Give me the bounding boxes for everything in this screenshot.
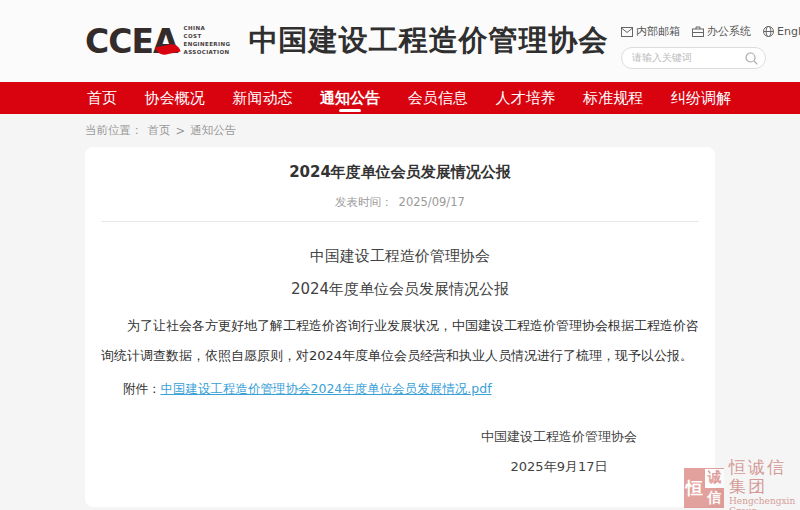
nav-item-news[interactable]: 新闻动态	[230, 82, 294, 114]
search-box	[621, 46, 766, 69]
briefcase-icon	[692, 26, 704, 37]
title-divider	[101, 221, 699, 222]
article-panel: 2024年度单位会员发展情况公报 发表时间：2025/09/17 中国建设工程造…	[85, 147, 715, 507]
ccea-logo[interactable]: CCEA CHINA COST ENGINEERING ASSOCIATION	[85, 25, 230, 58]
watermark-name: 恒诚信集团	[729, 458, 800, 495]
nav-item-members[interactable]: 会员信息	[406, 82, 470, 114]
article-paragraph: 为了让社会各方更好地了解工程造价咨询行业发展状况，中国建设工程造价管理协会根据工…	[101, 311, 699, 371]
signature-block: 中国建设工程造价管理协会 2025年9月17日	[459, 428, 659, 476]
publish-time-label: 发表时间：	[335, 195, 393, 209]
breadcrumb-prefix: 当前位置：	[85, 123, 143, 138]
signature-org: 中国建设工程造价管理协会	[459, 428, 659, 446]
quick-link-label: 办公系统	[707, 24, 751, 39]
mail-icon	[621, 27, 633, 37]
main-nav: 首页 协会概况 新闻动态 通知公告 会员信息 人才培养 标准规程 纠纷调解	[0, 82, 800, 114]
nav-item-standards[interactable]: 标准规程	[581, 82, 645, 114]
watermark-name-en: Hengchengxin Group	[729, 497, 800, 510]
nav-item-home[interactable]: 首页	[85, 82, 119, 114]
attachment-row: 附件：中国建设工程造价管理协会2024年度单位会员发展情况.pdf	[123, 381, 699, 398]
site-title: 中国建设工程造价管理协会	[248, 21, 608, 61]
header-utilities: 内部邮箱 办公系统 English	[621, 24, 771, 69]
watermark-text: 恒诚信集团 Hengchengxin Group	[729, 458, 800, 510]
breadcrumb-current[interactable]: 通知公告	[190, 123, 236, 138]
article-title: 2024年度单位会员发展情况公报	[101, 163, 699, 182]
signature-date: 2025年9月17日	[459, 458, 659, 476]
header-inner: CCEA CHINA COST ENGINEERING ASSOCIATION …	[85, 0, 733, 82]
logo-sub-line: COST	[184, 33, 231, 41]
internal-mail-link[interactable]: 内部邮箱	[621, 24, 680, 39]
nav-item-training[interactable]: 人才培养	[494, 82, 558, 114]
logo-sub-line: CHINA	[184, 25, 231, 33]
attachment-pdf-link[interactable]: 中国建设工程造价管理协会2024年度单位会员发展情况.pdf	[161, 381, 492, 396]
ccea-logo-subtext: CHINA COST ENGINEERING ASSOCIATION	[184, 25, 231, 57]
english-link[interactable]: English	[763, 24, 800, 39]
publish-time-date: 2025/09/17	[399, 195, 465, 209]
nav-item-disputes[interactable]: 纠纷调解	[669, 82, 733, 114]
nav-inner: 首页 协会概况 新闻动态 通知公告 会员信息 人才培养 标准规程 纠纷调解	[85, 82, 733, 114]
nav-item-about[interactable]: 协会概况	[143, 82, 207, 114]
attachment-label: 附件：	[123, 381, 161, 396]
doc-title-report: 2024年度单位会员发展情况公报	[101, 280, 699, 299]
hengchengxin-watermark: 恒 诚 信 恒诚信集团 Hengchengxin Group	[684, 458, 800, 510]
watermark-char-2: 诚	[705, 469, 724, 488]
quick-link-label: English	[777, 25, 800, 38]
logo-sub-line: ASSOCIATION	[184, 49, 231, 57]
logo-sub-line: ENGINEERING	[184, 41, 231, 49]
globe-icon	[763, 26, 774, 37]
search-icon[interactable]	[745, 50, 758, 69]
breadcrumb-home[interactable]: 首页	[148, 123, 171, 138]
quick-links: 内部邮箱 办公系统 English	[621, 24, 771, 39]
office-system-link[interactable]: 办公系统	[692, 24, 751, 39]
ccea-logo-word: CCEA	[85, 25, 178, 58]
doc-title-org: 中国建设工程造价管理协会	[101, 247, 699, 266]
publish-time: 发表时间：2025/09/17	[101, 195, 699, 210]
quick-link-label: 内部邮箱	[636, 24, 680, 39]
nav-item-notices[interactable]: 通知公告	[318, 82, 382, 114]
hengchengxin-logo-icon: 恒 诚 信	[684, 468, 724, 508]
site-header: CCEA CHINA COST ENGINEERING ASSOCIATION …	[0, 0, 800, 82]
breadcrumb: 当前位置： 首页 > 通知公告	[85, 123, 800, 138]
watermark-char-1: 恒	[685, 469, 704, 508]
watermark-char-3: 信	[705, 489, 724, 508]
breadcrumb-separator: >	[176, 124, 186, 138]
